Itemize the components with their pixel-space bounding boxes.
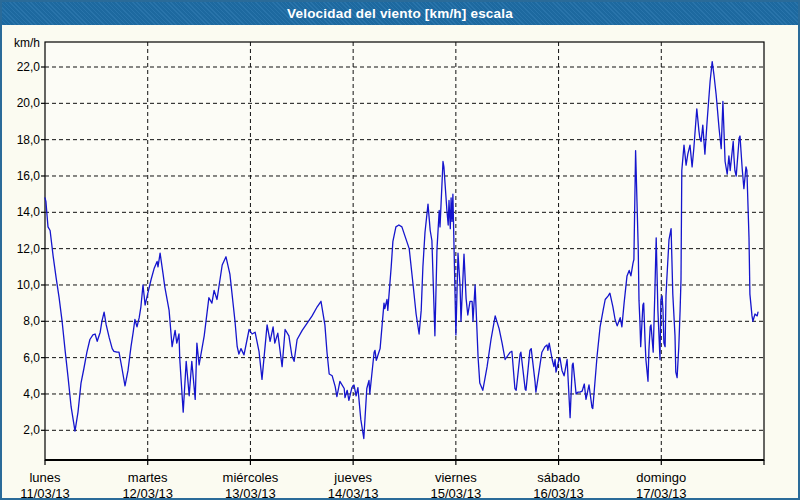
day-name: lunes [0, 470, 100, 485]
y-tick-label: 14,0 [4, 205, 40, 219]
y-tick-label: 18,0 [4, 133, 40, 147]
y-axis-unit-label: km/h [4, 36, 40, 50]
day-date: 11/03/13 [0, 486, 100, 500]
wind-speed-window: Velocidad del viento [km/h] escala km/h … [0, 0, 800, 500]
x-day-label: martes12/03/13 [93, 470, 203, 500]
wind-speed-chart [2, 2, 800, 500]
x-day-label: viernes15/03/13 [401, 470, 511, 500]
day-date: 17/03/13 [606, 486, 716, 500]
day-date: 15/03/13 [401, 486, 511, 500]
y-tick-label: 22,0 [4, 60, 40, 74]
x-day-label: sábado16/03/13 [504, 470, 614, 500]
day-name: domingo [606, 470, 716, 485]
x-day-label: domingo17/03/13 [606, 470, 716, 500]
day-name: martes [93, 470, 203, 485]
day-name: viernes [401, 470, 511, 485]
day-name: sábado [504, 470, 614, 485]
y-tick-label: 16,0 [4, 169, 40, 183]
day-name: jueves [298, 470, 408, 485]
y-tick-label: 4,0 [4, 387, 40, 401]
y-tick-label: 10,0 [4, 278, 40, 292]
y-tick-label: 12,0 [4, 242, 40, 256]
day-date: 16/03/13 [504, 486, 614, 500]
y-tick-label: 6,0 [4, 351, 40, 365]
x-day-label: miércoles13/03/13 [195, 470, 305, 500]
x-day-label: lunes11/03/13 [0, 470, 100, 500]
x-day-label: jueves14/03/13 [298, 470, 408, 500]
day-name: miércoles [195, 470, 305, 485]
day-date: 13/03/13 [195, 486, 305, 500]
day-date: 14/03/13 [298, 486, 408, 500]
day-date: 12/03/13 [93, 486, 203, 500]
y-tick-label: 20,0 [4, 96, 40, 110]
y-tick-label: 8,0 [4, 314, 40, 328]
y-tick-label: 2,0 [4, 423, 40, 437]
